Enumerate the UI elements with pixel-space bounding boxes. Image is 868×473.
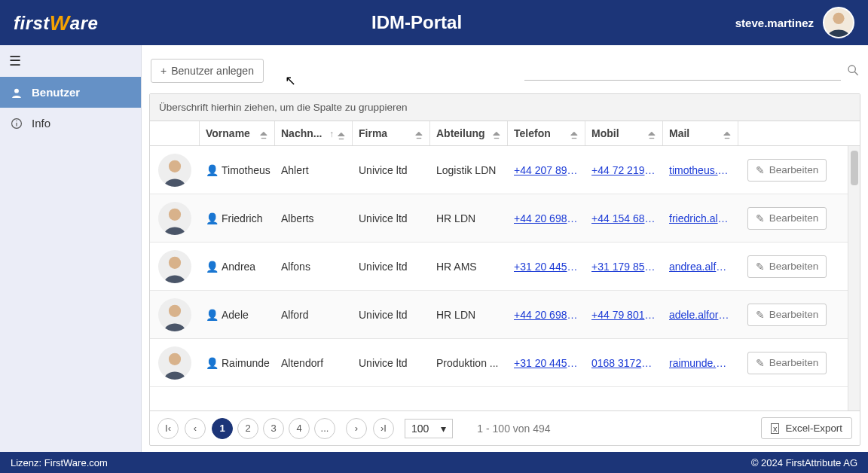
pager-page-button[interactable]: 3 <box>263 418 284 439</box>
edit-button[interactable]: ✎Bearbeiten <box>747 352 827 374</box>
mobil-link[interactable]: +44 72 2199... <box>591 164 656 176</box>
mobil-link[interactable]: +44 79 801 ... <box>591 309 656 321</box>
logo-text-post: are <box>70 13 99 33</box>
telefon-link[interactable]: +44 20 698 ... <box>514 309 579 321</box>
cell-action: ✎Bearbeiten <box>738 251 836 282</box>
filter-icon[interactable]: ⏶̲ <box>337 129 346 139</box>
mail-link[interactable]: raimunde.alt... <box>669 357 732 369</box>
col-label: Mail <box>669 127 689 139</box>
mobil-link[interactable]: +31 179 855... <box>591 261 656 273</box>
cell-vorname: 👤Raimunde <box>200 352 275 374</box>
edit-button[interactable]: ✎Bearbeiten <box>747 159 827 182</box>
cell-action: ✎Bearbeiten <box>738 299 836 331</box>
user-icon <box>11 87 23 98</box>
edit-button[interactable]: ✎Bearbeiten <box>747 304 827 326</box>
hamburger-icon[interactable]: ☰ <box>0 45 141 77</box>
cell-photo <box>150 294 200 336</box>
excel-export-button[interactable]: x Excel-Export <box>761 417 852 439</box>
col-vorname[interactable]: Vorname ⏶̲ <box>200 121 275 145</box>
vorname-value: Friedrich <box>222 212 262 224</box>
filter-icon[interactable]: ⏶̲ <box>259 128 268 139</box>
telefon-link[interactable]: +44 207 896... <box>514 164 579 176</box>
filter-icon[interactable]: ⏶̲ <box>723 128 732 139</box>
search-input[interactable] <box>524 62 841 81</box>
vertical-scrollbar[interactable] <box>848 146 860 410</box>
cell-vorname: 👤Friedrich <box>200 208 275 229</box>
sort-asc-icon[interactable]: ↑ <box>329 129 334 139</box>
col-label: Abteilung <box>436 127 485 139</box>
col-firma[interactable]: Firma ⏶̲ <box>353 121 430 145</box>
current-user-name: steve.martinez <box>735 17 814 29</box>
svg-point-9 <box>168 256 180 268</box>
cell-mobil: +31 179 855... <box>585 256 663 277</box>
pencil-icon: ✎ <box>756 357 765 369</box>
current-user[interactable]: steve.martinez <box>735 7 854 38</box>
page-size-select[interactable]: 100 ▾ <box>405 419 453 438</box>
col-label: Vorname <box>206 127 250 139</box>
cell-nachname: Ahlert <box>275 160 353 181</box>
col-abteilung[interactable]: Abteilung ⏶̲ <box>430 121 508 145</box>
cell-mobil: +44 72 2199... <box>585 160 663 181</box>
mail-link[interactable]: adele.alford... <box>669 309 732 321</box>
mail-link[interactable]: andrea.alfon... <box>669 261 732 273</box>
cell-nachname: Alberts <box>275 208 353 229</box>
col-photo <box>150 121 200 145</box>
filter-icon[interactable]: ⏶̲ <box>570 128 579 139</box>
footer-copyright: © 2024 FirstAttribute AG <box>751 457 857 468</box>
search-icon[interactable] <box>847 64 859 78</box>
table-row[interactable]: 👤FriedrichAlbertsUnivice ltdHR LDN+44 20… <box>150 194 860 243</box>
pager-page-button[interactable]: 4 <box>289 418 310 439</box>
cell-abteilung: Logistik LDN <box>430 160 508 181</box>
mail-link[interactable]: timotheus.a... <box>669 164 732 176</box>
table-row[interactable]: 👤RaimundeAltendorfUnivice ltdProduktion … <box>150 339 860 387</box>
table-row[interactable]: 👤AdeleAlfordUnivice ltdHR LDN+44 20 698 … <box>150 291 860 339</box>
avatar <box>158 202 191 235</box>
pager-page-button[interactable]: ... <box>314 418 335 439</box>
scrollbar-thumb[interactable] <box>851 151 858 185</box>
edit-label: Bearbeiten <box>769 164 818 175</box>
col-mobil[interactable]: Mobil ⏶̲ <box>585 121 663 145</box>
logo: firstWare <box>14 11 98 35</box>
sidebar-item-benutzer[interactable]: Benutzer <box>0 77 141 108</box>
cell-abteilung: Produktion ... <box>430 352 508 374</box>
mail-link[interactable]: friedrich.alb... <box>669 212 732 224</box>
col-action <box>738 121 836 145</box>
edit-button[interactable]: ✎Bearbeiten <box>747 207 827 230</box>
svg-line-6 <box>854 72 858 75</box>
cell-nachname: Alford <box>275 304 353 325</box>
pager-last-button[interactable]: ›I <box>373 418 394 439</box>
person-icon <box>824 8 853 38</box>
sidebar-item-info[interactable]: Info <box>0 108 141 139</box>
telefon-link[interactable]: +31 20 445 ... <box>514 261 579 273</box>
pager-page-button[interactable]: 1 <box>212 418 233 439</box>
filter-icon[interactable]: ⏶̲ <box>414 128 423 139</box>
cell-mail: timotheus.a... <box>663 160 738 181</box>
app-root: firstWare IDM-Portal steve.martinez ☰ Be… <box>0 0 868 473</box>
cell-photo <box>150 149 200 191</box>
pager-next-button[interactable]: › <box>346 418 367 439</box>
mobil-link[interactable]: +44 154 683... <box>591 212 656 224</box>
edit-button[interactable]: ✎Bearbeiten <box>747 255 827 278</box>
excel-export-label: Excel-Export <box>785 423 842 434</box>
mobil-link[interactable]: 0168 3172595 <box>591 357 656 369</box>
pager-first-button[interactable]: I‹ <box>157 418 179 439</box>
chevron-down-icon: ▾ <box>441 423 446 435</box>
cell-mobil: +44 79 801 ... <box>585 304 663 325</box>
telefon-link[interactable]: +31 20 445 ... <box>514 357 579 369</box>
telefon-link[interactable]: +44 20 698 ... <box>514 212 579 224</box>
filter-icon[interactable]: ⏶̲ <box>492 128 501 139</box>
pager-prev-button[interactable]: ‹ <box>185 418 206 439</box>
svg-rect-3 <box>16 122 17 126</box>
pager-page-button[interactable]: 2 <box>237 418 258 439</box>
col-mail[interactable]: Mail ⏶̲ <box>663 121 738 145</box>
col-nachname[interactable]: Nachn... ↑⏶̲ <box>275 121 353 145</box>
cell-action: ✎Bearbeiten <box>738 203 836 234</box>
col-telefon[interactable]: Telefon ⏶̲ <box>508 121 585 145</box>
cell-mobil: +44 154 683... <box>585 208 663 229</box>
cell-mail: adele.alford... <box>663 304 738 325</box>
filter-icon[interactable]: ⏶̲ <box>647 128 656 139</box>
table-row[interactable]: 👤TimotheusAhlertUnivice ltdLogistik LDN+… <box>150 146 860 194</box>
grid-group-bar[interactable]: Überschrift hierhin ziehen, um die Spalt… <box>150 94 860 121</box>
create-user-button[interactable]: + Benutzer anlegen <box>151 59 264 83</box>
table-row[interactable]: 👤AndreaAlfonsUnivice ltdHR AMS+31 20 445… <box>150 243 860 291</box>
